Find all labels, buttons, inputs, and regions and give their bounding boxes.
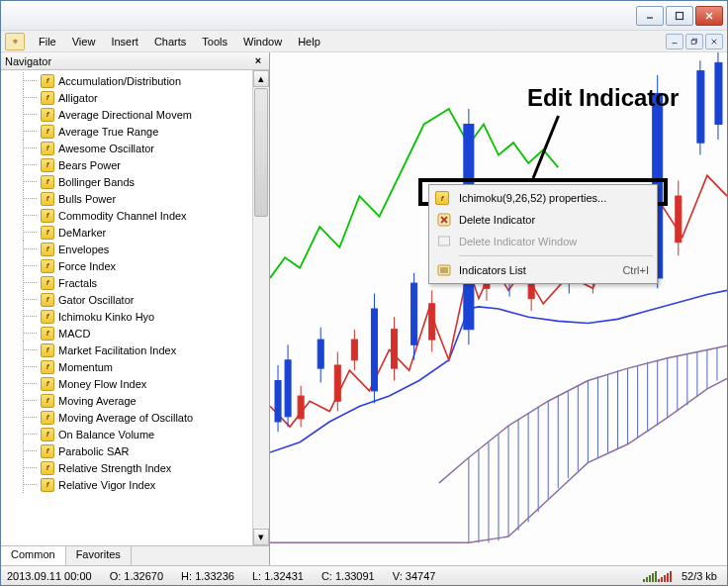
indicator-label: Bollinger Bands [58, 176, 135, 188]
function-icon: f [41, 158, 54, 172]
connection-bars-icon [643, 570, 672, 582]
indicator-label: Ichimoku Kinko Hyo [58, 311, 154, 323]
status-volume: V: 34747 [393, 570, 436, 582]
tab-common[interactable]: Common [1, 546, 66, 565]
function-icon: f [41, 209, 54, 223]
function-icon: f [41, 175, 54, 189]
indicator-item[interactable]: fBears Power [1, 156, 252, 173]
statusbar: 2013.09.11 00:00 O: 1.32670 H: 1.33236 L… [1, 565, 727, 585]
indicator-item[interactable]: fParabolic SAR [1, 442, 252, 459]
indicator-item[interactable]: fMomentum [1, 358, 252, 375]
status-low: L: 1.32431 [252, 570, 304, 582]
function-icon: f [41, 394, 54, 408]
menu-charts[interactable]: Charts [146, 34, 194, 49]
indicator-label: Envelopes [58, 244, 109, 255]
function-icon: f [41, 74, 54, 88]
menu-help[interactable]: Help [290, 34, 328, 49]
navigator-scrollbar[interactable]: ▴ ▾ [252, 70, 269, 545]
menu-tools[interactable]: Tools [194, 34, 235, 49]
indicator-item[interactable]: fOn Balance Volume [1, 426, 252, 442]
indicator-item[interactable]: fFractals [1, 274, 252, 291]
indicator-item[interactable]: fDeMarker [1, 224, 252, 241]
indicator-item[interactable]: fAverage True Range [1, 123, 252, 140]
indicator-item[interactable]: fBulls Power [1, 190, 252, 207]
indicator-label: Momentum [58, 361, 113, 373]
indicator-item[interactable]: fMoving Average [1, 392, 252, 409]
svg-rect-1 [677, 12, 683, 19]
navigator-panel: Navigator × fAccumulation/DistributionfA… [1, 52, 270, 565]
status-datetime: 2013.09.11 00:00 [7, 570, 92, 582]
function-icon: f [41, 343, 54, 357]
indicator-label: Moving Average of Oscillato [58, 412, 193, 424]
indicator-label: Relative Vigor Index [58, 479, 155, 491]
indicator-label: Parabolic SAR [58, 445, 130, 457]
menu-item-shortcut: Ctrl+I [622, 264, 649, 276]
menu-view[interactable]: View [64, 34, 104, 49]
indicator-label: Gator Oscillator [58, 294, 134, 306]
function-icon: f [41, 310, 54, 324]
navigator-close-button[interactable]: × [251, 54, 265, 68]
indicator-item[interactable]: fAccumulation/Distribution [1, 72, 252, 89]
indicator-item[interactable]: fIchimoku Kinko Hyo [1, 308, 252, 325]
menu-item-label: Indicators List [459, 264, 622, 276]
status-kb: 52/3 kb [682, 570, 717, 582]
menu-item-properties[interactable]: f Ichimoku(9,26,52) properties... [431, 187, 655, 209]
function-icon: f [41, 360, 54, 374]
indicator-item[interactable]: fMoney Flow Index [1, 375, 252, 392]
properties-icon: f [435, 190, 453, 206]
close-button[interactable] [695, 6, 723, 26]
menubar: ⎈ File View Insert Charts Tools Window H… [1, 31, 727, 52]
minimize-button[interactable] [636, 6, 664, 26]
status-high: H: 1.33236 [181, 570, 234, 582]
navigator-tree[interactable]: fAccumulation/DistributionfAlligatorfAve… [1, 70, 252, 545]
indicator-label: Market Facilitation Index [58, 344, 176, 356]
scroll-thumb[interactable] [254, 88, 268, 217]
indicator-item[interactable]: fRelative Strength Index [1, 459, 252, 476]
indicator-item[interactable]: fAlligator [1, 89, 252, 106]
function-icon: f [41, 461, 54, 475]
indicator-label: MACD [58, 328, 90, 340]
function-icon: f [41, 91, 54, 105]
function-icon: f [41, 478, 54, 492]
indicator-item[interactable]: fRelative Vigor Index [1, 476, 252, 493]
scroll-down-button[interactable]: ▾ [253, 529, 269, 545]
indicator-item[interactable]: fForce Index [1, 257, 252, 274]
chart-area[interactable]: Edit Indicator f Ichimoku(9,26,52) prope… [270, 52, 727, 565]
indicator-item[interactable]: fEnvelopes [1, 241, 252, 257]
indicator-item[interactable]: fMACD [1, 325, 252, 342]
mdi-minimize-button[interactable] [666, 34, 683, 49]
context-menu: f Ichimoku(9,26,52) properties... Delete… [428, 184, 658, 284]
menu-item-delete-window: Delete Indicator Window [431, 231, 655, 252]
indicator-item[interactable]: fAverage Directional Movem [1, 106, 252, 123]
svg-rect-80 [439, 237, 450, 245]
indicator-item[interactable]: fMoving Average of Oscillato [1, 409, 252, 426]
tab-favorites[interactable]: Favorites [66, 546, 132, 565]
menu-item-delete-indicator[interactable]: Delete Indicator [431, 209, 655, 231]
indicator-label: Bears Power [58, 159, 121, 171]
indicator-item[interactable]: fCommodity Channel Index [1, 207, 252, 224]
maximize-button[interactable] [666, 6, 693, 26]
mdi-close-button[interactable] [705, 34, 723, 49]
function-icon: f [41, 243, 54, 256]
list-icon [435, 262, 453, 278]
menu-item-indicators-list[interactable]: Indicators List Ctrl+I [431, 259, 655, 281]
menu-separator [459, 255, 653, 256]
function-icon: f [41, 108, 54, 122]
menu-file[interactable]: File [31, 34, 64, 49]
indicator-item[interactable]: fAwesome Oscillator [1, 140, 252, 156]
menu-insert[interactable]: Insert [103, 34, 146, 49]
indicator-label: Fractals [58, 277, 97, 289]
indicator-item[interactable]: fMarket Facilitation Index [1, 342, 252, 358]
status-close: C: 1.33091 [321, 570, 375, 582]
function-icon: f [41, 428, 54, 441]
indicator-label: Alligator [58, 92, 98, 104]
indicator-item[interactable]: fGator Oscillator [1, 291, 252, 308]
status-open: O: 1.32670 [110, 570, 163, 582]
function-icon: f [41, 259, 54, 273]
indicator-label: On Balance Volume [58, 429, 154, 440]
indicator-item[interactable]: fBollinger Bands [1, 173, 252, 190]
mdi-restore-button[interactable] [685, 34, 703, 49]
menu-window[interactable]: Window [235, 34, 290, 49]
scroll-up-button[interactable]: ▴ [253, 70, 269, 87]
app-icon: ⎈ [5, 33, 25, 50]
